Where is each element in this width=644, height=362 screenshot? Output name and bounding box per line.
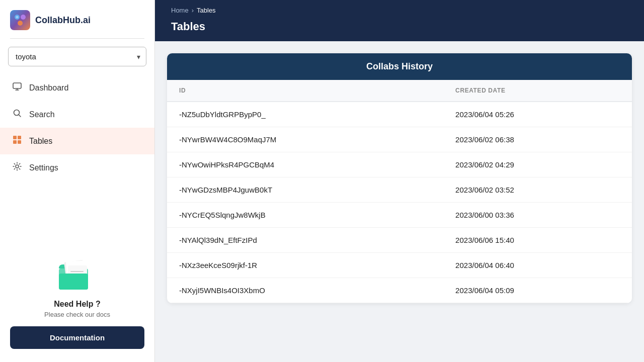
table-row[interactable]: -NYwOwiHPksR4PGCBqM42023/06/02 04:29	[167, 152, 632, 177]
col-id: ID	[167, 80, 443, 102]
grid-icon	[12, 135, 22, 147]
svg-point-7	[14, 110, 20, 116]
table-card-header: Collabs History	[167, 53, 632, 80]
table-row[interactable]: -NYwrBW4W4C8O9MaqJ7M2023/06/02 06:38	[167, 127, 632, 152]
svg-point-1	[21, 15, 26, 20]
cell-created-date: 2023/06/04 05:26	[443, 102, 632, 127]
svg-rect-9	[13, 136, 17, 139]
table-row[interactable]: -NZ5uDbYldtGRPBypP0_2023/06/04 05:26	[167, 102, 632, 127]
settings-label: Settings	[29, 163, 58, 172]
svg-rect-4	[13, 83, 21, 88]
page-title: Tables	[171, 20, 628, 33]
cell-id: -NZ5uDbYldtGRPBypP0_	[167, 102, 443, 127]
help-title: Need Help ?	[54, 300, 100, 309]
tables-label: Tables	[29, 137, 52, 146]
cell-created-date: 2023/06/02 06:38	[443, 127, 632, 152]
sidebar: CollabHub.ai toyota honda ford ▾ Dashboa…	[0, 0, 155, 362]
table-row[interactable]: -NXz3eeKceS09rjkf-1R2023/06/04 06:40	[167, 253, 632, 278]
documentation-button[interactable]: Documentation	[10, 326, 144, 349]
svg-rect-11	[13, 140, 17, 144]
sidebar-item-dashboard[interactable]: Dashboard	[0, 74, 154, 101]
help-section: Need Help ? Please check our docs Docume…	[0, 244, 154, 362]
help-subtitle: Please check our docs	[44, 311, 110, 318]
table-row[interactable]: -NYAlQl39dN_EftFzIPd2023/06/06 15:40	[167, 228, 632, 253]
search-label: Search	[29, 110, 55, 119]
col-created-date: CREATED DATE	[443, 80, 632, 102]
sidebar-item-search[interactable]: Search	[0, 101, 154, 128]
breadcrumb-home[interactable]: Home	[171, 7, 189, 14]
dashboard-label: Dashboard	[29, 83, 68, 93]
cell-id: -NXyjI5WNBIs4OI3XbmO	[167, 278, 443, 303]
page-header: Tables	[155, 20, 644, 41]
cell-id: -NYwrBW4W4C8O9MaqJ7M	[167, 127, 443, 152]
sidebar-item-tables[interactable]: Tables	[0, 128, 154, 154]
table-card-title: Collabs History	[366, 61, 433, 71]
nav-list: Dashboard Search Tables	[0, 70, 154, 244]
cell-id: -NXz3eeKceS09rjkf-1R	[167, 253, 443, 278]
cell-created-date: 2023/06/06 15:40	[443, 228, 632, 253]
logo-icon	[10, 10, 30, 30]
cell-created-date: 2023/06/00 03:36	[443, 203, 632, 228]
sidebar-item-settings[interactable]: Settings	[0, 154, 154, 181]
cell-created-date: 2023/06/02 03:52	[443, 177, 632, 203]
app-logo: CollabHub.ai	[0, 0, 154, 38]
app-name: CollabHub.ai	[35, 15, 91, 26]
svg-point-2	[18, 21, 23, 26]
help-illustration	[55, 254, 100, 295]
svg-rect-12	[18, 140, 21, 144]
table-header-row: ID CREATED DATE	[167, 80, 632, 102]
cell-id: -NYwGDzsMBP4JguwB0kT	[167, 177, 443, 203]
org-dropdown-wrapper: toyota honda ford ▾	[0, 39, 154, 70]
cell-created-date: 2023/06/04 06:40	[443, 253, 632, 278]
main-content: Home › Tables Tables Collabs History ID …	[155, 0, 644, 362]
search-icon	[12, 108, 22, 121]
svg-rect-10	[18, 136, 21, 139]
gear-icon	[12, 161, 22, 174]
table-row[interactable]: -NYCrEQ5SlqngJw8WkjB2023/06/00 03:36	[167, 203, 632, 228]
collabs-history-card: Collabs History ID CREATED DATE -NZ5uDbY…	[167, 53, 632, 303]
cell-id: -NYAlQl39dN_EftFzIPd	[167, 228, 443, 253]
svg-point-13	[16, 165, 19, 168]
content-area: Collabs History ID CREATED DATE -NZ5uDbY…	[155, 41, 644, 362]
org-dropdown[interactable]: toyota honda ford	[8, 47, 146, 66]
monitor-icon	[12, 81, 22, 94]
cell-created-date: 2023/06/04 05:09	[443, 278, 632, 303]
cell-id: -NYwOwiHPksR4PGCBqM4	[167, 152, 443, 177]
breadcrumb: Home › Tables	[155, 0, 644, 20]
breadcrumb-current: Tables	[197, 7, 216, 14]
svg-line-8	[19, 115, 21, 117]
breadcrumb-separator: ›	[192, 7, 194, 14]
table-row[interactable]: -NYwGDzsMBP4JguwB0kT2023/06/02 03:52	[167, 177, 632, 203]
svg-point-3	[16, 16, 19, 19]
cell-id: -NYCrEQ5SlqngJw8WkjB	[167, 203, 443, 228]
collabs-table: ID CREATED DATE -NZ5uDbYldtGRPBypP0_2023…	[167, 80, 632, 303]
cell-created-date: 2023/06/02 04:29	[443, 152, 632, 177]
svg-rect-21	[59, 274, 88, 290]
table-row[interactable]: -NXyjI5WNBIs4OI3XbmO2023/06/04 05:09	[167, 278, 632, 303]
